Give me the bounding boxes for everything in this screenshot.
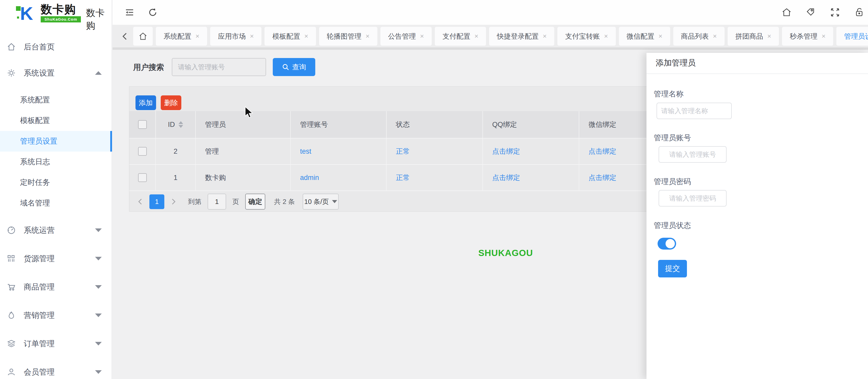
sidebar-item-admin-settings[interactable]: 管理员设置 [0, 131, 112, 152]
admin-password-input[interactable] [659, 190, 726, 206]
sidebar-group-label: 系统设置 [24, 68, 55, 78]
tab-notice-manage[interactable]: 公告管理× [380, 27, 432, 46]
table-row: 1 数卡购 admin 正常 点击绑定 点击绑定 [129, 165, 706, 191]
column-header-id[interactable]: ID [156, 111, 196, 139]
sidebar-item-system-log[interactable]: 系统日志 [0, 152, 112, 172]
prev-page-button[interactable] [135, 198, 145, 205]
chevron-down-icon [332, 200, 337, 203]
cell-account-link[interactable]: admin [300, 174, 319, 182]
sidebar-group-orders[interactable]: 订单管理 [0, 332, 112, 355]
sort-icon[interactable] [179, 121, 183, 128]
tab-goods-list[interactable]: 商品列表× [673, 27, 724, 46]
row-checkbox[interactable] [138, 147, 147, 156]
toggle-knob [665, 239, 675, 248]
home-icon [781, 7, 792, 18]
sidebar-item-cron-tasks[interactable]: 定时任务 [0, 172, 112, 193]
query-button[interactable]: 查询 [273, 58, 315, 76]
sidebar-group-operations[interactable]: 系统运营 [0, 219, 112, 241]
close-tab-icon[interactable]: × [304, 32, 308, 40]
tab-app-market[interactable]: 应用市场× [210, 27, 261, 46]
tab-quick-login-config[interactable]: 快捷登录配置× [489, 27, 554, 46]
sidebar-item-domain-manage[interactable]: 域名管理 [0, 193, 112, 213]
cell-status[interactable]: 正常 [396, 147, 410, 156]
tab-system-config[interactable]: 系统配置× [156, 27, 207, 46]
qq-bind-link[interactable]: 点击绑定 [492, 173, 520, 182]
row-checkbox[interactable] [138, 173, 147, 182]
tab-alipay-transfer[interactable]: 支付宝转账× [557, 27, 616, 46]
submit-button[interactable]: 提交 [658, 260, 687, 278]
tabs-scroll-left-button[interactable] [119, 27, 130, 46]
cart-icon [4, 282, 19, 292]
tab-payment-config[interactable]: 支付配置× [435, 27, 486, 46]
admin-account-input[interactable] [659, 146, 726, 163]
close-tab-icon[interactable]: × [659, 32, 662, 40]
chevron-down-icon [95, 257, 102, 260]
collapse-sidebar-button[interactable] [123, 6, 136, 19]
sidebar-item-template-config[interactable]: 模板配置 [0, 110, 112, 131]
close-tab-icon[interactable]: × [822, 32, 826, 40]
goto-page-input[interactable] [208, 194, 226, 210]
tab-wechat-config[interactable]: 微信配置× [619, 27, 670, 46]
sidebar-item-system-config[interactable]: 系统配置 [0, 90, 112, 110]
logo-text: 数卡购 [41, 3, 81, 16]
brand-logo[interactable]: K 数卡购 ShuKaGou.Com 数卡购 [0, 0, 112, 26]
column-header-account: 管理账号 [291, 111, 386, 139]
tab-label: 拼团商品 [735, 32, 763, 41]
close-tab-icon[interactable]: × [195, 32, 199, 40]
tab-home[interactable] [133, 27, 153, 46]
sidebar-group-label: 会员管理 [24, 367, 55, 377]
close-tab-icon[interactable]: × [543, 32, 547, 40]
page-number-current[interactable]: 1 [149, 195, 164, 209]
close-tab-icon[interactable]: × [604, 32, 608, 40]
tab-label: 公告管理 [388, 32, 416, 41]
chevron-down-icon [95, 314, 102, 317]
close-tab-icon[interactable]: × [250, 32, 254, 40]
column-header-status: 状态 [386, 111, 483, 139]
admin-status-toggle[interactable] [657, 238, 676, 250]
close-tab-icon[interactable]: × [420, 32, 424, 40]
cell-account-link[interactable]: test [300, 147, 311, 155]
next-page-button[interactable] [168, 198, 179, 205]
total-count-label: 共 2 条 [274, 197, 295, 206]
tab-seckill-manage[interactable]: 秒杀管理× [782, 27, 833, 46]
chevron-down-icon [95, 342, 102, 346]
sidebar-group-settings[interactable]: 系统设置 [0, 62, 112, 84]
close-tab-icon[interactable]: × [366, 32, 370, 40]
chevron-down-icon [95, 228, 102, 232]
tab-template-config[interactable]: 模板配置× [265, 27, 316, 46]
delete-button[interactable]: 删除 [161, 95, 181, 110]
close-tab-icon[interactable]: × [767, 32, 771, 40]
tab-group-goods[interactable]: 拼团商品× [727, 27, 779, 46]
admin-name-label: 管理名称 [654, 89, 684, 99]
close-tab-icon[interactable]: × [474, 32, 478, 40]
boxes-icon [4, 254, 19, 263]
cell-id: 1 [156, 165, 196, 191]
tab-banner-manage[interactable]: 轮播图管理× [319, 27, 377, 46]
add-button[interactable]: 添加 [135, 95, 156, 110]
admin-name-input[interactable] [656, 103, 732, 119]
sidebar-group-members[interactable]: 会员管理 [0, 361, 112, 379]
page-size-value: 10 条/页 [304, 197, 329, 206]
qq-bind-link[interactable]: 点击绑定 [492, 147, 520, 156]
goto-confirm-button[interactable]: 确定 [245, 194, 265, 210]
wechat-bind-link[interactable]: 点击绑定 [589, 173, 616, 182]
search-input[interactable] [172, 58, 266, 76]
tab-admin-settings[interactable]: 管理员设置× [836, 27, 868, 46]
go-home-button[interactable] [780, 6, 793, 19]
tag-button[interactable] [804, 6, 817, 19]
layers-icon [4, 339, 19, 348]
sidebar-group-supply[interactable]: 货源管理 [0, 247, 112, 270]
wechat-bind-link[interactable]: 点击绑定 [589, 147, 616, 156]
sidebar-group-marketing[interactable]: 营销管理 [0, 304, 112, 326]
cell-status[interactable]: 正常 [396, 173, 410, 182]
cell-name: 数卡购 [196, 165, 291, 191]
sidebar-group-goods[interactable]: 商品管理 [0, 276, 112, 298]
lock-button[interactable] [852, 6, 866, 19]
admin-password-label: 管理员密码 [654, 177, 691, 187]
select-all-checkbox[interactable] [138, 120, 147, 129]
page-size-select[interactable]: 10 条/页 [303, 194, 339, 210]
sidebar-item-home[interactable]: 后台首页 [0, 37, 112, 57]
refresh-button[interactable] [146, 6, 159, 19]
close-tab-icon[interactable]: × [713, 32, 717, 40]
fullscreen-button[interactable] [828, 6, 842, 19]
